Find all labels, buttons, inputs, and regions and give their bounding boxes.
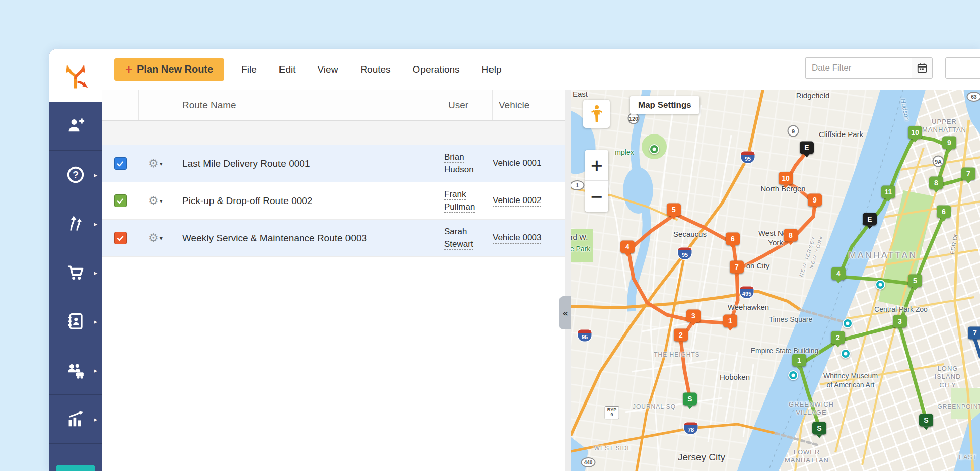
map-stop-marker-green-7[interactable]: 7 [961,168,975,180]
road-shield-440: 440 [581,457,596,467]
route-vehicle[interactable]: Vehicle 0003 [493,232,541,243]
map-stop-marker-orange-9[interactable]: 9 [808,194,822,207]
chevron-right-icon: ▸ [94,269,97,277]
map-stop-marker-orange-7[interactable]: 7 [730,261,744,274]
toolbar-secondary-input[interactable] [945,57,980,79]
map-stop-marker-start-dark-S[interactable]: S [919,414,933,427]
column-actions [139,90,176,120]
route-row[interactable]: ⚙▾ Last Mile Delivery Route 0001 Brian H… [102,145,565,182]
plan-new-route-button[interactable]: + Plan New Route [114,58,224,81]
pegman-control[interactable] [583,100,610,128]
map-stop-marker-orange-2[interactable]: 2 [674,329,688,342]
map-stop-marker-green-6[interactable]: 6 [937,206,951,218]
sidebar-item-address-book[interactable]: ▸ [49,297,102,346]
map-stop-marker-orange-3[interactable]: 3 [686,310,701,322]
map-stop-marker-end-E[interactable]: E [863,213,877,226]
collapse-panel-handle[interactable]: « [559,296,571,329]
road-shield-95: 95 [678,248,692,259]
pegman-icon [589,104,604,123]
menu-item-file[interactable]: File [241,64,257,75]
route-vehicle[interactable]: Vehicle 0001 [493,158,541,169]
map-stop-marker-start-dark-S[interactable]: S [812,422,826,435]
map-stop-marker-green-10[interactable]: 10 [908,126,922,139]
menu-item-operations[interactable]: Operations [413,64,460,75]
menu-item-view[interactable]: View [318,64,338,75]
calendar-button[interactable] [912,57,933,79]
route-vehicle[interactable]: Vehicle 0002 [493,195,541,206]
map-stop-marker-green-9[interactable]: 9 [942,137,956,149]
user-last-name[interactable]: Pullman [444,201,475,213]
column-user[interactable]: User [442,90,493,120]
map-stop-marker-green-4[interactable]: 4 [831,267,846,280]
sidebar-item-team[interactable]: ▸ [49,346,102,395]
app-logo[interactable] [49,49,102,102]
team-vehicle-icon [65,360,86,380]
map-stop-marker-start-S[interactable]: S [683,393,697,406]
question-icon: ? [66,165,85,184]
road-shield-9A: 9A [933,156,944,167]
date-filter-input[interactable] [805,57,912,79]
road-shield-63: 63 [967,92,980,102]
map-stop-marker-green-2[interactable]: 2 [831,331,845,344]
route-checkbox[interactable] [114,157,127,170]
map-stop-marker-green-8[interactable]: 8 [929,177,943,189]
route-actions-gear[interactable]: ⚙▾ [148,195,163,207]
user-last-name[interactable]: Hudson [444,164,474,175]
column-route-name[interactable]: Route Name [176,90,442,120]
user-first-name[interactable]: Brian [444,152,464,163]
map-stop-marker-green-11[interactable]: 11 [881,186,895,198]
zoo-poi-icon[interactable] [875,280,885,290]
map-stop-marker-orange-1[interactable]: 1 [723,315,737,327]
route-checkbox[interactable] [114,194,127,207]
menu-item-help[interactable]: Help [482,64,502,75]
workspace: Route Name User Vehicle ⚙▾ Last Mile Del… [102,90,980,471]
map-stop-marker-end-E[interactable]: E [800,142,814,154]
map-stop-marker-green-3[interactable]: 3 [893,315,907,328]
map-stop-marker-orange-10[interactable]: 10 [779,172,793,185]
cart-icon [66,263,85,282]
route-actions-gear[interactable]: ⚙▾ [148,158,163,169]
route-row[interactable]: ⚙▾ Weekly Service & Maintenance Route 00… [102,220,565,257]
sidebar-item-routes[interactable]: ▸ [49,199,102,248]
user-last-name[interactable]: Stewart [444,239,473,250]
attraction-poi-icon[interactable] [841,349,851,359]
route-branch-logo-icon [61,61,90,90]
menu-item-routes[interactable]: Routes [360,64,390,75]
zoom-in-button[interactable]: + [585,150,608,181]
route-name: Pick-up & Drop-off Route 0002 [182,195,312,207]
zoom-out-button[interactable]: − [585,181,608,212]
sidebar-item-analytics[interactable]: ▸ [49,395,102,444]
map-stop-marker-green-5[interactable]: 5 [908,275,922,287]
map-stop-marker-orange-6[interactable]: 6 [726,233,740,245]
route-checkbox[interactable] [114,232,127,244]
map-canvas[interactable]: EastRidgefieldCliffside ParkUPPER MANHAT… [571,90,980,471]
user-first-name[interactable]: Frank [444,189,466,200]
calendar-icon [917,62,928,74]
road-shield-120: 120 [628,113,640,124]
map-settings-button[interactable]: Map Settings [630,96,699,114]
route-arrows-icon [66,215,85,233]
map-stop-marker-orange-4[interactable]: 4 [620,241,635,253]
table-filter-row[interactable] [102,121,565,145]
map-stop-marker-orange-8[interactable]: 8 [784,229,798,242]
user-first-name[interactable]: Sarah [444,226,467,237]
sidebar-item-add-driver[interactable] [49,102,102,151]
map-stop-marker-blue-7[interactable]: 7 [968,327,980,340]
checkmark-icon [116,160,124,168]
map-stop-marker-orange-5[interactable]: 5 [667,204,681,216]
route-row[interactable]: ⚙▾ Pick-up & Drop-off Route 0002 Frank P… [102,182,565,220]
route-user[interactable]: Sarah Stewart [444,226,473,250]
times-square-poi-icon[interactable] [843,318,853,328]
route-actions-gear[interactable]: ⚙▾ [148,232,163,244]
route-user[interactable]: Brian Hudson [444,152,474,176]
sidebar-item-orders[interactable]: ▸ [49,248,102,297]
app-window: ? ▸ ▸ ▸ [49,49,980,471]
map-stop-marker-green-1[interactable]: 1 [792,354,806,367]
sidebar-item-support[interactable]: ? ▸ [49,151,102,199]
menu-item-edit[interactable]: Edit [279,64,296,75]
park-pin-icon[interactable] [649,144,659,154]
table-header: Route Name User Vehicle [102,90,565,121]
route-user[interactable]: Frank Pullman [444,189,475,213]
column-vehicle[interactable]: Vehicle [493,90,565,120]
road-shield-BYP-9: BYP 9 [605,406,619,419]
